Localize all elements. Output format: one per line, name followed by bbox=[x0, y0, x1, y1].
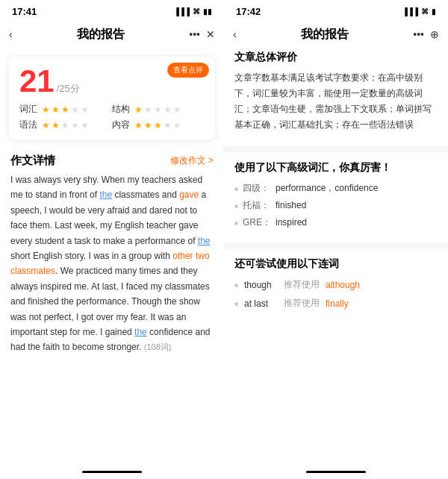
score-grid: 词汇 ★ ★ ★ ★ ★ 结构 ★ ★ ★ ★ ★ bbox=[19, 103, 205, 131]
status-icons-right: ▐▐▐ ⌘ ▮ bbox=[402, 7, 436, 16]
nav-title-right: 我的报告 bbox=[301, 27, 349, 43]
score-label-vocab: 词汇 bbox=[19, 103, 37, 116]
battery-icon-right: ▮ bbox=[432, 7, 436, 16]
status-bar-left: 17:41 ▐▐▐ ⌘ ▮▮ bbox=[0, 0, 224, 21]
star-2: ★ bbox=[52, 104, 60, 115]
star-g2: ★ bbox=[52, 120, 60, 131]
vocab-words-1: performance，confidence bbox=[276, 182, 378, 195]
vocab-words-3: inspired bbox=[276, 217, 307, 228]
list-item: GRE： inspired bbox=[234, 216, 438, 229]
status-time-right: 17:42 bbox=[236, 6, 261, 17]
status-time-left: 17:41 bbox=[12, 6, 37, 17]
score-item-grammar: 语法 ★ ★ ★ ★ ★ bbox=[19, 119, 112, 131]
score-total: /25分 bbox=[57, 82, 80, 96]
close-icon-left[interactable]: ✕ bbox=[206, 28, 215, 40]
conjunction-row-1: though 推荐使用 although bbox=[234, 278, 438, 291]
conjunction-section: 还可尝试使用以下连词 though 推荐使用 although at last … bbox=[234, 257, 438, 310]
score-label-grammar: 语法 bbox=[19, 119, 37, 131]
score-card: 查看点评 21 /25分 词汇 ★ ★ ★ ★ ★ 结构 ★ bbox=[9, 57, 215, 140]
star-g1: ★ bbox=[42, 120, 50, 131]
score-item-content: 内容 ★ ★ ★ ★ ★ bbox=[112, 119, 205, 131]
overall-text: 文章字数基本满足该考试字数要求；在高中级别下，词汇量较为丰富，能使用一定数量的高… bbox=[234, 70, 438, 133]
word-count: (108词) bbox=[144, 342, 172, 351]
overall-section: 文章总体评价 文章字数基本满足该考试字数要求；在高中级别下，词汇量较为丰富，能使… bbox=[234, 51, 438, 133]
more-icon-right[interactable]: ••• bbox=[413, 28, 424, 40]
essay-link-the1[interactable]: the bbox=[99, 190, 112, 200]
bullet-1 bbox=[234, 187, 238, 191]
star-g4: ★ bbox=[71, 120, 79, 131]
essay-content: I was always very shy. When my teachers … bbox=[0, 172, 224, 464]
vocab-list: 四级： performance，confidence 托福： finished … bbox=[234, 182, 438, 229]
star-1: ★ bbox=[42, 104, 50, 115]
nav-bar-right: ‹ 我的报告 ••• ⊕ bbox=[224, 21, 448, 51]
conj-alt-1: although bbox=[326, 280, 360, 290]
conj-recommend-2: 推荐使用 bbox=[284, 297, 320, 310]
score-label-content: 内容 bbox=[112, 119, 130, 131]
divider-2 bbox=[224, 242, 448, 248]
star-5: ★ bbox=[81, 104, 89, 115]
wifi-icon-right: ⌘ bbox=[421, 7, 429, 16]
divider-1 bbox=[224, 146, 448, 152]
nav-bar-left: ‹ 我的报告 ••• ✕ bbox=[0, 21, 224, 51]
conj-alt-2: finally bbox=[326, 298, 349, 309]
star-4: ★ bbox=[71, 104, 79, 115]
nav-right-right: ••• ⊕ bbox=[413, 28, 439, 40]
stars-grammar: ★ ★ ★ ★ ★ bbox=[42, 120, 89, 131]
star-s1: ★ bbox=[134, 104, 143, 115]
star-c2: ★ bbox=[144, 120, 152, 131]
conj-word-2: at last bbox=[244, 298, 278, 309]
edit-essay-link[interactable]: 修改作文 > bbox=[170, 154, 214, 167]
vocab-section: 使用了以下高级词汇，你真厉害！ 四级： performance，confiden… bbox=[234, 161, 438, 229]
vocab-level-1: 四级： bbox=[243, 182, 271, 195]
stars-content: ★ ★ ★ ★ ★ bbox=[134, 120, 181, 131]
score-label-structure: 结构 bbox=[112, 103, 130, 116]
bullet-2 bbox=[234, 204, 238, 208]
more-icon-left[interactable]: ••• bbox=[189, 28, 200, 40]
wifi-icon: ⌘ bbox=[193, 7, 200, 16]
close-icon-right[interactable]: ⊕ bbox=[430, 28, 439, 40]
score-item-vocab: 词汇 ★ ★ ★ ★ ★ bbox=[19, 103, 112, 116]
back-icon-right[interactable]: ‹ bbox=[233, 28, 237, 40]
list-item: 四级： performance，confidence bbox=[234, 182, 438, 195]
star-s3: ★ bbox=[154, 104, 162, 115]
home-indicator-left bbox=[82, 471, 142, 473]
home-indicator-right bbox=[306, 471, 366, 473]
star-s5: ★ bbox=[173, 104, 181, 115]
left-phone: 17:41 ▐▐▐ ⌘ ▮▮ ‹ 我的报告 ••• ✕ 查看点评 21 /25分… bbox=[0, 0, 224, 479]
conj-word-1: though bbox=[244, 280, 278, 290]
bottom-bar-right bbox=[224, 464, 448, 479]
back-icon-left[interactable]: ‹ bbox=[9, 28, 13, 40]
battery-icon: ▮▮ bbox=[203, 7, 212, 16]
vocab-words-2: finished bbox=[276, 200, 306, 210]
nav-left-right: ‹ bbox=[233, 28, 237, 40]
view-comment-button[interactable]: 查看点评 bbox=[167, 63, 209, 78]
nav-title-left: 我的报告 bbox=[77, 27, 125, 43]
bottom-bar-left bbox=[0, 464, 224, 479]
essay-text-4: short English story. I was in a group wi… bbox=[10, 251, 172, 261]
nav-right-left: ••• ✕ bbox=[189, 28, 215, 40]
score-item-structure: 结构 ★ ★ ★ ★ ★ bbox=[112, 103, 205, 116]
star-s2: ★ bbox=[144, 104, 152, 115]
stars-structure: ★ ★ ★ ★ ★ bbox=[134, 104, 181, 115]
essay-section-header: 作文详情 修改作文 > bbox=[0, 146, 224, 172]
right-phone: 17:42 ▐▐▐ ⌘ ▮ ‹ 我的报告 ••• ⊕ 文章总体评价 文章字数基本… bbox=[224, 0, 448, 479]
list-item: 托福： finished bbox=[234, 199, 438, 212]
bullet-3 bbox=[234, 222, 238, 225]
score-number: 21 bbox=[19, 66, 55, 97]
essay-link-the2[interactable]: the bbox=[198, 236, 211, 246]
signal-icon-right: ▐▐▐ bbox=[402, 7, 418, 16]
signal-icon: ▐▐▐ bbox=[174, 7, 190, 16]
star-3: ★ bbox=[61, 104, 69, 115]
star-g5: ★ bbox=[81, 120, 89, 131]
conjunction-row-2: at last 推荐使用 finally bbox=[234, 297, 438, 310]
essay-section-title: 作文详情 bbox=[10, 154, 55, 168]
vocab-level-3: GRE： bbox=[243, 216, 271, 229]
vocab-level-2: 托福： bbox=[243, 199, 271, 212]
overall-title: 文章总体评价 bbox=[234, 51, 438, 64]
star-c4: ★ bbox=[164, 120, 172, 131]
star-c5: ★ bbox=[173, 120, 181, 131]
essay-link-the3[interactable]: the bbox=[134, 327, 147, 337]
status-bar-right: 17:42 ▐▐▐ ⌘ ▮ bbox=[224, 0, 448, 21]
report-content: 文章总体评价 文章字数基本满足该考试字数要求；在高中级别下，词汇量较为丰富，能使… bbox=[224, 51, 448, 464]
conjunction-title: 还可尝试使用以下连词 bbox=[234, 257, 438, 271]
